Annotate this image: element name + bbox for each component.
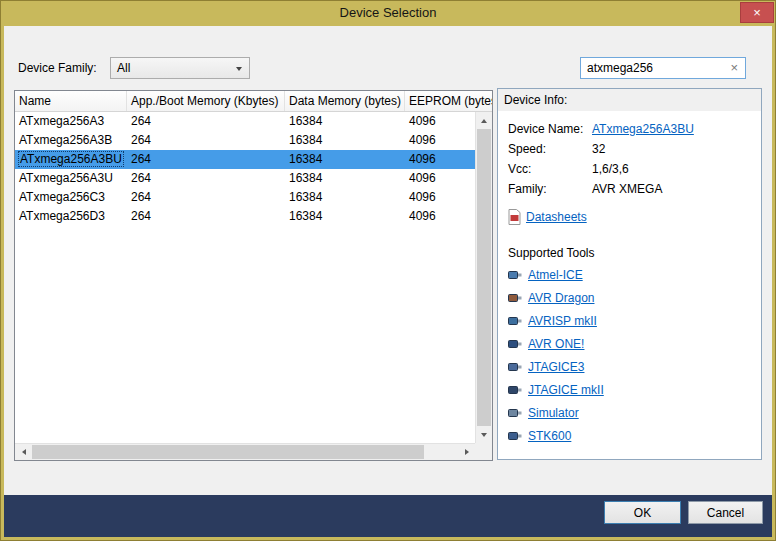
vertical-scrollbar[interactable] bbox=[475, 112, 492, 443]
horizontal-scrollbar[interactable] bbox=[15, 443, 475, 460]
atmel-ice-icon bbox=[508, 269, 522, 280]
table-cell: 16384 bbox=[285, 150, 405, 169]
scroll-down-arrow[interactable] bbox=[476, 426, 492, 443]
triangle-down-icon bbox=[481, 433, 487, 437]
speed-label: Speed: bbox=[508, 139, 592, 159]
table-cell: ATxmega256A3U bbox=[15, 169, 127, 188]
tool-link[interactable]: Simulator bbox=[528, 406, 579, 420]
titlebar[interactable]: Device Selection bbox=[0, 0, 776, 26]
table-cell: 16384 bbox=[285, 207, 405, 226]
tool-item[interactable]: JTAGICE3 bbox=[508, 355, 761, 378]
table-cell: ATxmega256A3BU bbox=[15, 150, 127, 169]
scroll-up-arrow[interactable] bbox=[476, 112, 492, 129]
tool-item[interactable]: JTAGICE mkII bbox=[508, 378, 761, 401]
cancel-button[interactable]: Cancel bbox=[688, 501, 763, 524]
stk600-icon bbox=[508, 430, 522, 441]
device-family-select[interactable]: All bbox=[110, 57, 250, 79]
device-name-label: Device Name: bbox=[508, 119, 592, 139]
table-cell: 16384 bbox=[285, 112, 405, 131]
table-row[interactable]: ATxmega256A3U264163844096 bbox=[15, 169, 475, 188]
table-cell: 4096 bbox=[405, 112, 475, 131]
tool-item[interactable]: AVR ONE! bbox=[508, 332, 761, 355]
table-row[interactable]: ATxmega256A3264163844096 bbox=[15, 112, 475, 131]
speed-row: Speed: 32 bbox=[508, 139, 761, 159]
family-label: Family: bbox=[508, 179, 592, 199]
family-row: Family: AVR XMEGA bbox=[508, 179, 761, 199]
window-title: Device Selection bbox=[340, 5, 437, 20]
avrisp-mkii-icon bbox=[508, 315, 522, 326]
tool-link[interactable]: AVR ONE! bbox=[528, 337, 584, 351]
triangle-up-icon bbox=[481, 119, 487, 123]
tool-link[interactable]: STK600 bbox=[528, 429, 571, 443]
table-cell: 4096 bbox=[405, 150, 475, 169]
table-cell: 16384 bbox=[285, 188, 405, 207]
ok-button[interactable]: OK bbox=[604, 501, 681, 524]
jtagice3-icon bbox=[508, 361, 522, 372]
search-box: × bbox=[580, 57, 746, 79]
tool-link[interactable]: JTAGICE mkII bbox=[528, 383, 604, 397]
tool-item[interactable]: Atmel-ICE bbox=[508, 263, 761, 286]
search-input[interactable] bbox=[581, 58, 745, 78]
table-cell: 264 bbox=[127, 188, 285, 207]
tool-link[interactable]: Atmel-ICE bbox=[528, 268, 583, 282]
device-name-row: Device Name: ATxmega256A3BU bbox=[508, 119, 761, 139]
column-header-app-boot-memory[interactable]: App./Boot Memory (Kbytes) bbox=[127, 91, 285, 111]
table-cell: ATxmega256A3B bbox=[15, 131, 127, 150]
scroll-right-arrow[interactable] bbox=[458, 444, 475, 460]
table-cell: 264 bbox=[127, 112, 285, 131]
triangle-right-icon bbox=[465, 449, 469, 455]
table-cell: 4096 bbox=[405, 131, 475, 150]
table-cell: 4096 bbox=[405, 188, 475, 207]
table-row[interactable]: ATxmega256A3BU264163844096 bbox=[15, 150, 475, 169]
tool-item[interactable]: AVRISP mkII bbox=[508, 309, 761, 332]
vcc-value: 1,6/3,6 bbox=[592, 159, 629, 179]
datasheets-row[interactable]: Datasheets bbox=[508, 207, 761, 227]
table-row[interactable]: ATxmega256C3264163844096 bbox=[15, 188, 475, 207]
vcc-row: Vcc: 1,6/3,6 bbox=[508, 159, 761, 179]
close-button[interactable]: × bbox=[740, 2, 774, 23]
simulator-icon bbox=[508, 407, 522, 418]
triangle-left-icon bbox=[22, 449, 26, 455]
table-row[interactable]: ATxmega256D3264163844096 bbox=[15, 207, 475, 226]
search-clear-icon[interactable]: × bbox=[730, 58, 738, 78]
avr-dragon-icon bbox=[508, 292, 522, 303]
table-header: Name App./Boot Memory (Kbytes) Data Memo… bbox=[15, 91, 492, 112]
table-cell: 264 bbox=[127, 150, 285, 169]
table-row[interactable]: ATxmega256A3B264163844096 bbox=[15, 131, 475, 150]
table-cell: 16384 bbox=[285, 169, 405, 188]
close-icon: × bbox=[753, 5, 761, 20]
column-header-eeprom[interactable]: EEPROM (bytes) bbox=[405, 91, 492, 111]
device-info-body: Device Name: ATxmega256A3BU Speed: 32 Vc… bbox=[498, 111, 761, 459]
vcc-label: Vcc: bbox=[508, 159, 592, 179]
tools-list: Atmel-ICEAVR DragonAVRISP mkIIAVR ONE!JT… bbox=[508, 263, 761, 447]
family-value: AVR XMEGA bbox=[592, 179, 662, 199]
pdf-icon bbox=[508, 209, 521, 225]
table-cell: 264 bbox=[127, 169, 285, 188]
table-cell: 264 bbox=[127, 131, 285, 150]
tool-link[interactable]: AVRISP mkII bbox=[528, 314, 597, 328]
jtagice-mkii-icon bbox=[508, 384, 522, 395]
chevron-down-icon bbox=[236, 67, 242, 71]
tool-item[interactable]: AVR Dragon bbox=[508, 286, 761, 309]
table-cell: ATxmega256D3 bbox=[15, 207, 127, 226]
column-header-data-memory[interactable]: Data Memory (bytes) bbox=[285, 91, 405, 111]
table-cell: 4096 bbox=[405, 207, 475, 226]
device-family-label: Device Family: bbox=[18, 57, 97, 79]
column-header-name[interactable]: Name bbox=[15, 91, 127, 111]
supported-tools-title: Supported Tools bbox=[508, 243, 761, 263]
tool-link[interactable]: AVR Dragon bbox=[528, 291, 594, 305]
tool-link[interactable]: JTAGICE3 bbox=[528, 360, 584, 374]
avr-one-icon bbox=[508, 338, 522, 349]
device-selection-dialog: Device Selection × Device Family: All × … bbox=[0, 0, 776, 541]
device-family-value: All bbox=[111, 61, 130, 75]
device-info-panel: Device Info: Device Name: ATxmega256A3BU… bbox=[497, 88, 762, 460]
vertical-scroll-thumb[interactable] bbox=[477, 129, 491, 426]
tool-item[interactable]: STK600 bbox=[508, 424, 761, 447]
table-cell: ATxmega256A3 bbox=[15, 112, 127, 131]
datasheets-link[interactable]: Datasheets bbox=[526, 210, 587, 224]
tool-item[interactable]: Simulator bbox=[508, 401, 761, 424]
scroll-left-arrow[interactable] bbox=[15, 444, 32, 460]
device-name-link[interactable]: ATxmega256A3BU bbox=[592, 119, 694, 139]
table-cell: 264 bbox=[127, 207, 285, 226]
horizontal-scroll-thumb[interactable] bbox=[32, 445, 424, 459]
